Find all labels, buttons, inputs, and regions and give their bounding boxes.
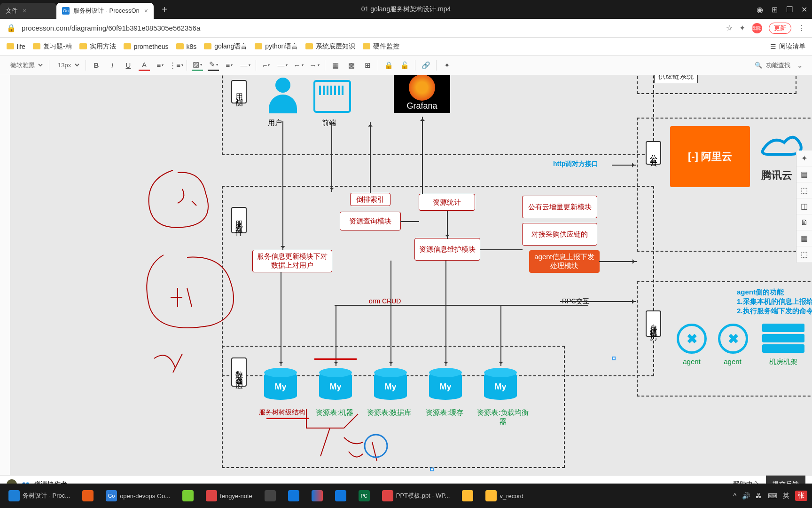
- db-cyl-cache[interactable]: My: [429, 368, 462, 403]
- taskbar-item[interactable]: [458, 488, 477, 503]
- close-window-icon[interactable]: ✕: [801, 5, 807, 14]
- bookmark-item[interactable]: golang语言: [204, 42, 247, 51]
- box-inverted-index[interactable]: 倒排索引: [350, 193, 390, 206]
- outline-icon[interactable]: ⬚: [796, 183, 812, 198]
- taskbar-item[interactable]: Goopen-devops Go...: [102, 488, 174, 503]
- unlock-button[interactable]: 🔓: [399, 60, 410, 71]
- taskbar-item[interactable]: [78, 488, 97, 503]
- connector-type-button[interactable]: ⌐▾: [261, 60, 272, 71]
- tray-user-icon[interactable]: 张: [795, 491, 807, 501]
- label-user-side[interactable]: 用户侧: [231, 80, 247, 103]
- bookmark-item[interactable]: 硬件监控: [363, 42, 399, 51]
- comment-icon[interactable]: 🗎: [796, 214, 812, 230]
- tray-up-icon[interactable]: ^: [733, 492, 736, 500]
- system-tray[interactable]: ^ 🔊 🖧 ⌨ 英 张: [733, 491, 807, 501]
- taskbar-item[interactable]: [284, 488, 303, 503]
- connector-style-button[interactable]: —▾: [277, 60, 288, 71]
- taskbar-item[interactable]: v_record: [482, 488, 527, 503]
- settings-icon[interactable]: ⬚: [796, 246, 812, 262]
- taskbar-item[interactable]: [179, 488, 197, 503]
- star-icon[interactable]: ☆: [726, 24, 733, 32]
- box-agent-report[interactable]: agent信息上报下发处理模块: [529, 250, 600, 273]
- underline-button[interactable]: U: [123, 60, 134, 71]
- update-button[interactable]: 更新: [769, 23, 791, 34]
- db-cyl-db[interactable]: My: [374, 368, 407, 403]
- taskbar-item[interactable]: 务树设计 - Proc...: [5, 488, 74, 503]
- taskbar-item[interactable]: [308, 488, 327, 503]
- canvas-viewport[interactable]: 用户侧 服务组件 数据存储层 公有云 自建机房 供应链系统 用户 前端 Graf…: [10, 75, 812, 508]
- aliyun-logo[interactable]: [-] 阿里云: [670, 126, 750, 187]
- agent-icon[interactable]: ✖: [718, 324, 748, 354]
- list-button[interactable]: ⋮≡▾: [171, 60, 182, 71]
- box-cloud-incr[interactable]: 公有云增量更新模块: [522, 196, 597, 218]
- group-button[interactable]: ⊞: [362, 60, 373, 71]
- label-supply-chain[interactable]: 供应链系统: [654, 75, 698, 83]
- font-family-select[interactable]: 微软雅黑: [7, 59, 44, 71]
- layers-icon[interactable]: ▤: [796, 167, 812, 183]
- new-tab-button[interactable]: +: [157, 2, 172, 16]
- tray-audio-icon[interactable]: 🔊: [742, 492, 750, 500]
- font-size-select[interactable]: 13px: [54, 59, 81, 71]
- send-back-button[interactable]: ▩: [346, 60, 357, 71]
- tray-network-icon[interactable]: 🖧: [756, 492, 762, 500]
- taskbar-item[interactable]: PPT模板.ppt - WP...: [378, 488, 454, 503]
- db-cyl-lb[interactable]: My: [484, 368, 517, 403]
- arrow-start-button[interactable]: ←▾: [293, 60, 304, 71]
- agent-icon[interactable]: ✖: [677, 324, 707, 354]
- magic-button[interactable]: ✦: [441, 60, 453, 71]
- bookmark-item[interactable]: 实用方法: [79, 42, 116, 51]
- tray-ime-icon[interactable]: ⌨: [768, 492, 777, 500]
- navigator-icon[interactable]: ✦: [796, 151, 812, 167]
- tabs-overview-icon[interactable]: ⊞: [772, 5, 778, 14]
- bold-button[interactable]: B: [91, 60, 102, 71]
- line-style-button[interactable]: —▾: [240, 60, 251, 71]
- taskbar-item[interactable]: fengye-note: [202, 488, 256, 503]
- tray-lang-icon[interactable]: 英: [783, 492, 789, 500]
- text-color-button[interactable]: A: [139, 60, 150, 71]
- lock-button[interactable]: 🔒: [383, 60, 394, 71]
- toolbar-search[interactable]: 功能查找: [766, 61, 790, 70]
- diagram-canvas[interactable]: 用户侧 服务组件 数据存储层 公有云 自建机房 供应链系统 用户 前端 Graf…: [10, 75, 812, 508]
- taskbar-item[interactable]: [261, 488, 280, 503]
- bookmark-item[interactable]: k8s: [176, 43, 197, 50]
- bookmark-item[interactable]: python语言: [255, 42, 298, 51]
- menu-icon[interactable]: ⋮: [798, 24, 805, 32]
- close-icon[interactable]: ×: [23, 7, 26, 15]
- collapse-toolbar-button[interactable]: ⌄: [794, 60, 805, 71]
- link-button[interactable]: 🔗: [420, 60, 431, 71]
- browser-tab-0[interactable]: 文件 ×: [0, 3, 56, 19]
- taskbar-item[interactable]: [331, 488, 350, 503]
- template-icon[interactable]: ▦: [796, 230, 812, 246]
- left-rail[interactable]: [0, 75, 10, 508]
- extensions-icon[interactable]: ✦: [739, 24, 745, 32]
- label-self-idc[interactable]: 自建机房: [646, 310, 661, 337]
- bookmark-item[interactable]: 系统底层知识: [305, 42, 355, 51]
- stroke-color-button[interactable]: ✎▾: [208, 60, 219, 71]
- box-resource-maint[interactable]: 资源信息维护模块: [414, 238, 480, 261]
- screen-icon[interactable]: [313, 80, 351, 113]
- restore-icon[interactable]: ❐: [786, 5, 793, 14]
- align-button[interactable]: ≡▾: [155, 60, 166, 71]
- box-resource-query[interactable]: 资源查询模块: [340, 212, 401, 230]
- bookmark-item[interactable]: prometheus: [124, 43, 169, 50]
- arrow-end-button[interactable]: →▾: [309, 60, 320, 71]
- fill-color-button[interactable]: ▨▾: [192, 60, 203, 71]
- bookmark-item[interactable]: 复习题-精: [33, 42, 72, 51]
- box-resource-stat[interactable]: 资源统计: [419, 194, 475, 211]
- line-width-button[interactable]: ≡▾: [224, 60, 235, 71]
- italic-button[interactable]: I: [107, 60, 118, 71]
- box-supply-link[interactable]: 对接采购供应链的: [522, 223, 597, 246]
- browser-tab-1[interactable]: On 服务树设计 - ProcessOn ×: [56, 3, 154, 19]
- user-icon[interactable]: [266, 78, 299, 115]
- db-cyl-machine[interactable]: My: [319, 368, 352, 403]
- history-icon[interactable]: ◫: [796, 198, 812, 214]
- label-public-cloud[interactable]: 公有云: [646, 141, 661, 165]
- selection-handle[interactable]: [430, 468, 434, 471]
- taskbar-item[interactable]: PC: [355, 488, 374, 503]
- lock-icon[interactable]: 🔒: [7, 24, 16, 32]
- record-icon[interactable]: ◉: [757, 5, 763, 14]
- reading-list-button[interactable]: ☰ 阅读清单: [770, 42, 805, 51]
- bookmark-item[interactable]: life: [7, 43, 25, 50]
- url-field[interactable]: processon.com/diagraming/60f91b391e08530…: [22, 24, 720, 32]
- profile-avatar[interactable]: 阳阳: [752, 23, 762, 33]
